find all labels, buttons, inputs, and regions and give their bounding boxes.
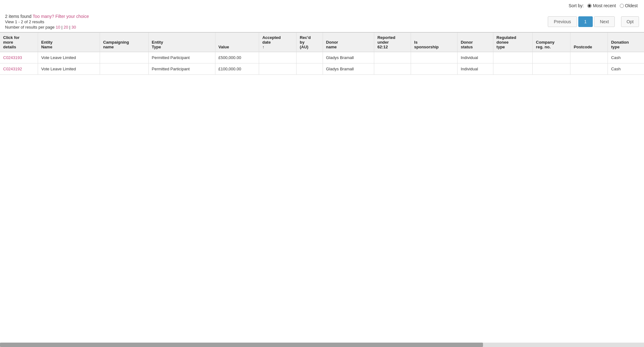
col-regulated-donee-type: Regulateddoneetype — [493, 33, 532, 52]
cell-postcode — [570, 63, 608, 75]
per-page-20[interactable]: 20 — [64, 25, 68, 30]
next-button[interactable]: Next — [594, 16, 615, 27]
cell-entity_name: Vote Leave Limited — [38, 63, 100, 75]
col-postcode: Postcode — [570, 33, 608, 52]
cell-value: £100,000.00 — [215, 63, 259, 75]
per-page-label: Number of results per page — [5, 25, 55, 30]
col-company-reg-no: Companyreg. no. — [533, 33, 570, 52]
col-donation-type: Donationtype — [608, 33, 644, 52]
cell-is_sponsorship — [411, 63, 458, 75]
options-button[interactable]: Opt — [621, 16, 639, 27]
sort-bar: Sort by: Most recent Oldest — [0, 0, 644, 11]
count-text: 2 items found — [5, 14, 31, 19]
col-donor-status: Donorstatus — [458, 33, 493, 52]
results-table: Click formoredetails EntityName Campaign… — [0, 33, 644, 75]
cell-donation_type: Cash — [608, 52, 644, 63]
per-page: Number of results per page 10 | 20 | 30 — [5, 25, 541, 30]
sort-oldest-label: Oldest — [625, 3, 638, 8]
col-value: Value — [215, 33, 259, 52]
cell-campaigning_name — [100, 52, 148, 63]
table-row: C0243192Vote Leave LimitedPermitted Part… — [0, 63, 644, 75]
col-recd-by: Rec'dby(AU) — [297, 33, 323, 52]
cell-donation_type: Cash — [608, 63, 644, 75]
cell-company_reg_no — [533, 52, 570, 63]
cell-regulated_donee_type — [493, 52, 532, 63]
cell-click_for[interactable]: C0243193 — [0, 52, 38, 63]
sort-most-recent-label: Most recent — [593, 3, 616, 8]
cell-campaigning_name — [100, 63, 148, 75]
sort-most-recent[interactable]: Most recent — [587, 3, 616, 8]
cell-entity_type: Permitted Participant — [148, 63, 215, 75]
results-table-wrapper: Click formoredetails EntityName Campaign… — [0, 32, 644, 75]
col-is-sponsorship: Issponsorship — [411, 33, 458, 52]
col-entity-name: EntityName — [38, 33, 100, 52]
cell-company_reg_no — [533, 63, 570, 75]
cell-is_sponsorship — [411, 52, 458, 63]
col-campaigning-name: Campaigningname — [100, 33, 148, 52]
sort-label: Sort by: — [569, 3, 584, 8]
results-info: 2 items found Too many? Filter your choi… — [5, 14, 541, 30]
col-click-for: Click formoredetails — [0, 33, 38, 52]
col-entity-type: EntityType — [148, 33, 215, 52]
results-count: 2 items found Too many? Filter your choi… — [5, 14, 541, 19]
per-page-30[interactable]: 30 — [71, 25, 76, 30]
previous-button[interactable]: Previous — [548, 16, 577, 27]
cell-donor_status: Individual — [458, 52, 493, 63]
cell-regulated_donee_type — [493, 63, 532, 75]
pagination: Previous 1 Next — [548, 16, 615, 27]
cell-postcode — [570, 52, 608, 63]
cell-accepted_date — [259, 52, 297, 63]
cell-click_for[interactable]: C0243192 — [0, 63, 38, 75]
cell-entity_type: Permitted Participant — [148, 52, 215, 63]
cell-reported_under — [374, 52, 411, 63]
page-1-button[interactable]: 1 — [578, 16, 593, 27]
per-page-10[interactable]: 10 — [56, 25, 60, 30]
sort-oldest-radio[interactable] — [620, 4, 624, 8]
cell-reported_under — [374, 63, 411, 75]
cell-donor_name: Gladys Bramall — [323, 52, 374, 63]
col-donor-name: Donorname — [323, 33, 374, 52]
table-header-row: Click formoredetails EntityName Campaign… — [0, 33, 644, 52]
table-row: C0243193Vote Leave LimitedPermitted Part… — [0, 52, 644, 63]
col-reported-under: Reportedunder62:12 — [374, 33, 411, 52]
view-text: View 1 - 2 of 2 results — [5, 19, 541, 24]
filter-link[interactable]: Too many? Filter your choice — [33, 14, 89, 19]
cell-entity_name: Vote Leave Limited — [38, 52, 100, 63]
cell-value: £500,000.00 — [215, 52, 259, 63]
cell-recd_by_au — [297, 63, 323, 75]
cell-donor_status: Individual — [458, 63, 493, 75]
cell-accepted_date — [259, 63, 297, 75]
sort-oldest[interactable]: Oldest — [620, 3, 638, 8]
cell-recd_by_au — [297, 52, 323, 63]
col-accepted-date[interactable]: Accepteddate↑ — [259, 33, 297, 52]
header-section: 2 items found Too many? Filter your choi… — [0, 11, 644, 32]
cell-donor_name: Gladys Bramall — [323, 63, 374, 75]
sort-most-recent-radio[interactable] — [587, 4, 591, 8]
